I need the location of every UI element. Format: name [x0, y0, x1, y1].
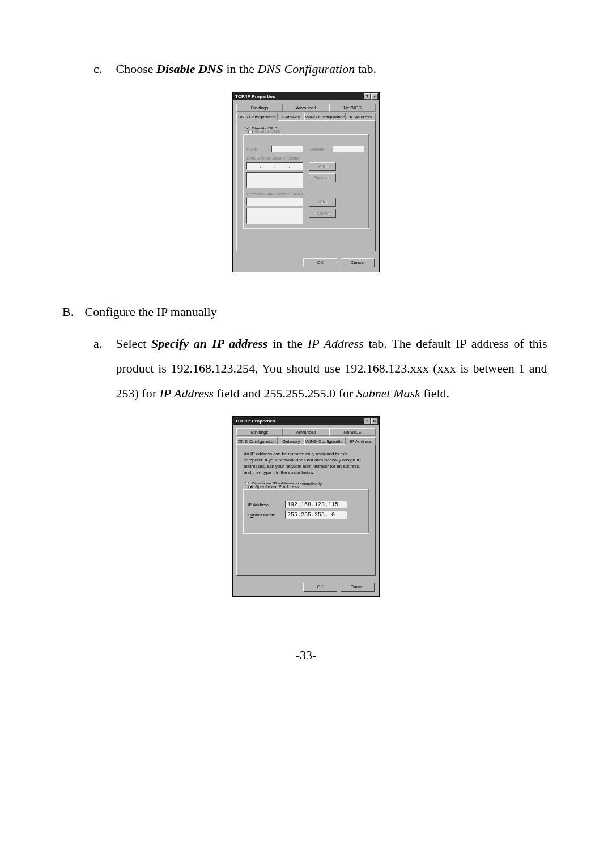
subnet-mask-input[interactable]: 255.255.255. 0: [285, 511, 347, 519]
specify-ip-group: Specify an IP address: Specify an IP add…: [243, 489, 369, 534]
tab-wins[interactable]: WINS Configuration: [304, 113, 346, 121]
ok-button[interactable]: OK: [303, 258, 337, 267]
ip-address-label: IP Address:: [248, 502, 283, 507]
tcpip-properties-dialog-dns: TCP/IP Properties ? × Bindings Advanced …: [232, 92, 380, 272]
dns-remove-button[interactable]: Remove: [309, 173, 336, 182]
list-marker: c.: [94, 57, 113, 82]
tab-dns-configuration[interactable]: DNS Configuration: [236, 437, 278, 445]
dns-ip-input[interactable]: . . .: [246, 162, 303, 170]
suffix-search-order-label: Domain Suffix Search Order: [246, 191, 366, 196]
radio-dot-icon: [248, 485, 253, 489]
tab-row-top: Bindings Advanced NetBIOS: [236, 104, 376, 112]
title-bar[interactable]: TCP/IP Properties ? ×: [233, 417, 379, 425]
domain-input[interactable]: [333, 146, 364, 152]
suffix-add-button[interactable]: Add: [309, 198, 336, 207]
tab-row-bottom: DNS Configuration Gateway WINS Configura…: [236, 437, 376, 445]
tab-row-bottom: DNS Configuration Gateway WINS Configura…: [236, 113, 376, 121]
dns-tab-panel: DDisable DNSisable DNS Enable DNS Enable…: [236, 120, 376, 251]
dialog-footer: OK Cancel: [233, 579, 379, 596]
tab-bindings[interactable]: Bindings: [236, 104, 283, 112]
ip-tab-panel: An IP address can be automatically assig…: [236, 444, 376, 576]
cancel-button[interactable]: Cancel: [341, 583, 375, 592]
instruction-step-c: c. Choose Disable DNS in the DNS Configu…: [94, 57, 550, 82]
instruction-step-b: B. Configure the IP manually: [62, 300, 550, 324]
tab-wins[interactable]: WINS Configuration: [304, 437, 346, 445]
tab-ip-address[interactable]: IP Address: [346, 437, 376, 445]
tab-row-top: Bindings Advanced NetBIOS: [236, 428, 376, 436]
tab-bindings[interactable]: Bindings: [236, 428, 283, 436]
tab-gateway[interactable]: Gateway: [278, 113, 305, 121]
dns-search-order-label: DNS Server Search Order: [246, 156, 366, 161]
dns-list[interactable]: [246, 172, 303, 188]
title-bar[interactable]: TCP/IP Properties ? ×: [233, 92, 379, 100]
tab-netbios[interactable]: NetBIOS: [329, 104, 376, 112]
dialog-footer: OK Cancel: [233, 255, 379, 272]
cancel-button[interactable]: Cancel: [341, 258, 375, 267]
tab-dns-configuration[interactable]: DNS Configuration: [236, 113, 278, 121]
tab-gateway[interactable]: Gateway: [278, 437, 305, 445]
tab-advanced[interactable]: Advanced: [283, 104, 329, 112]
host-label: Host:: [246, 147, 269, 152]
window-title: TCP/IP Properties: [235, 418, 363, 424]
domain-label: Domain:: [310, 147, 330, 152]
dns-add-button[interactable]: Add: [309, 162, 336, 171]
instruction-step-a: a. Select Specify an IP address in the I…: [94, 331, 550, 406]
suffix-input[interactable]: [246, 198, 303, 206]
list-marker: a.: [94, 331, 113, 356]
page-number: -33-: [62, 648, 550, 662]
subnet-mask-label: Subnet Mask:: [248, 512, 283, 518]
radio-dot-icon: [248, 130, 253, 134]
list-marker: B.: [62, 300, 82, 324]
ok-button[interactable]: OK: [303, 583, 337, 592]
help-button[interactable]: ?: [364, 93, 371, 100]
host-input[interactable]: [271, 146, 303, 152]
suffix-remove-button[interactable]: Remove: [309, 209, 336, 218]
tcpip-properties-dialog-ip: TCP/IP Properties ? × Bindings Advanced …: [232, 416, 380, 597]
close-button[interactable]: ×: [371, 418, 378, 424]
tab-netbios[interactable]: NetBIOS: [329, 428, 376, 436]
tab-ip-address[interactable]: IP Address: [346, 113, 376, 121]
enable-dns-group: Enable DNS Enable DNS Host: Domain: DNS …: [243, 134, 369, 229]
ip-address-input[interactable]: 192.168.123.115: [285, 501, 347, 508]
ip-info-text: An IP address can be automatically assig…: [244, 451, 368, 476]
radio-enable-dns[interactable]: Enable DNS Enable DNS: [246, 129, 282, 134]
suffix-list[interactable]: [246, 208, 303, 224]
window-title: TCP/IP Properties: [235, 94, 363, 99]
close-button[interactable]: ×: [371, 93, 378, 100]
help-button[interactable]: ?: [364, 418, 371, 424]
tab-advanced[interactable]: Advanced: [283, 428, 329, 436]
radio-specify-ip[interactable]: Specify an IP address: Specify an IP add…: [246, 484, 302, 489]
document-page: c. Choose Disable DNS in the DNS Configu…: [0, 0, 612, 685]
